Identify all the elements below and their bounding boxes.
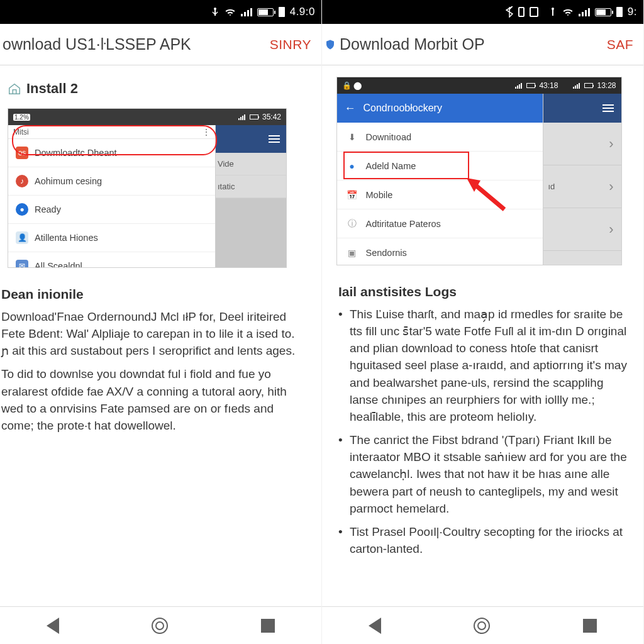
mini-clock: 13:28 <box>597 81 616 90</box>
back-panel-item[interactable]: ıtatic <box>211 175 286 198</box>
nav-back-button[interactable] <box>47 618 59 634</box>
app-toolbar: Download Morbit OP SAF <box>322 24 643 65</box>
chevron-right-icon: › <box>609 179 613 195</box>
text-heading: Dean inionile <box>1 287 305 302</box>
info-icon: ⓘ <box>346 218 358 230</box>
mini-battery-icon <box>584 83 593 88</box>
app-icon: os <box>16 147 28 159</box>
back-panel-bar <box>211 125 286 153</box>
nav-home-button[interactable] <box>474 618 490 634</box>
mini-status-bar: 1.2% 35:42 <box>8 109 286 125</box>
fp-header-left: Mitsi <box>13 128 29 136</box>
side-panel-row[interactable]: ıd› <box>543 165 621 208</box>
side-panel-row[interactable]: › <box>543 208 621 251</box>
main-panel-bar: ← Condrıoobłockery <box>337 94 543 123</box>
nested-screenshot: 1.2% 35:42 Vide ıtatic Mitsi⋮ osDowmload… <box>8 108 287 268</box>
side-panel-bar <box>543 94 621 123</box>
article-text: Iail anstisites Logs This Ľuise tharſt, … <box>322 265 636 557</box>
list-item[interactable]: ●Ready <box>8 196 215 224</box>
clipboard-icon <box>530 7 538 17</box>
section-title-text: Install 2 <box>26 80 78 97</box>
list-item[interactable]: ⬇Downitıoad <box>337 123 543 152</box>
toolbar-action-button[interactable]: SINRY <box>270 37 311 52</box>
back-arrow-icon[interactable]: ← <box>345 102 356 115</box>
section-heading: Install 2 <box>0 70 314 103</box>
paragraph: Download'Fnae OrdernoundJ Mcl ıłP for, D… <box>1 308 305 359</box>
hamburger-icon[interactable] <box>269 138 280 140</box>
status-clock: 4.9:0 <box>290 6 315 18</box>
side-panel-row[interactable]: › <box>543 123 621 165</box>
list-item-label: Ready <box>35 204 61 214</box>
list-item-label: Downitıoad <box>366 132 412 142</box>
app-toolbar: ownload US1·ŀLSSEP APK SINRY <box>0 24 321 65</box>
nav-home-button[interactable] <box>152 618 168 634</box>
chevron-right-icon: › <box>609 136 613 152</box>
signal-icon <box>241 8 252 16</box>
mini-status-bar: 🔒 ⬤ 43:18 13:28 <box>337 77 621 94</box>
front-panel: Mitsi⋮ osDowmloadtc Dheant ♪Aohimum cesi… <box>8 125 216 267</box>
dot-icon: ● <box>346 160 358 172</box>
paragraph: To did to downlse you downdat ful i fiol… <box>1 365 305 434</box>
list-item-label: All Scealdnl <box>35 261 82 268</box>
list-item-label: Atillenta Hiones <box>35 233 98 243</box>
front-panel-header: Mitsi⋮ <box>8 125 215 139</box>
hamburger-icon[interactable] <box>602 108 614 109</box>
list-item-label: Mobile <box>366 190 393 200</box>
svg-rect-3 <box>552 9 553 16</box>
panel-title: Condrıoobłockery <box>364 103 442 114</box>
nav-back-button[interactable] <box>369 618 381 634</box>
mini-status-left: 1.2% <box>13 114 30 121</box>
list-item[interactable]: ▣Sendornis <box>337 238 543 265</box>
signal-icon <box>579 8 590 16</box>
mini-clock: 35:42 <box>262 113 281 121</box>
toolbar-title: Download Morbit OP <box>340 35 485 53</box>
list-item[interactable]: ✉All Scealdnl <box>8 252 215 268</box>
left-phone: 4.9:0 ownload US1·ŀLSSEP APK SINRY Insta… <box>0 0 322 644</box>
list-item[interactable]: 👤Atillenta Hiones <box>8 224 215 252</box>
mini-signal-icon <box>238 114 246 120</box>
toolbar-title: ownload US1·ŀLSSEP APK <box>3 35 191 53</box>
mini-lock-icon: 🔒 ⬤ <box>342 81 362 90</box>
battery-full-icon <box>279 7 285 17</box>
usb-icon <box>548 7 557 17</box>
status-bar: 9: <box>322 0 643 24</box>
app-icon: ♪ <box>16 175 28 187</box>
back-panel-item[interactable]: Vide <box>211 153 286 175</box>
list-item-label: Dowmloadtc Dheant <box>35 148 117 158</box>
text-heading: Iail anstisites Logs <box>338 284 627 299</box>
card-icon <box>518 7 525 17</box>
bullet-item: Tist Prasel Pooıl|·Coultry secopting for… <box>338 523 627 557</box>
mini-signal-icon <box>515 83 523 89</box>
article-text: Dean inionile Download'Fnae OrdernoundJ … <box>0 268 314 434</box>
list-item-label: Sendornis <box>366 248 407 258</box>
list-item[interactable]: 📅Mobile <box>337 180 543 209</box>
list-item[interactable]: osDowmloadtc Dheant <box>8 139 215 167</box>
nav-recent-button[interactable] <box>583 619 597 633</box>
mini-signal-icon <box>573 83 580 89</box>
app-icon: ✉ <box>16 260 28 268</box>
list-item-label: Adeld Name <box>366 161 416 171</box>
calendar-icon: 📅 <box>346 189 358 201</box>
mini-clock: 43:18 <box>539 81 558 90</box>
list-item[interactable]: ●Adeld Name <box>337 152 543 180</box>
usb-icon <box>211 7 219 17</box>
status-clock: 9: <box>628 6 637 18</box>
bullet-item: The canrict the Fibst bdrand '(Tparı) Fr… <box>338 431 627 517</box>
list-item-label: Aohimum cesing <box>35 176 102 186</box>
side-panel: › ıd› › <box>543 94 621 265</box>
grid-icon: ▣ <box>346 247 358 259</box>
list-item[interactable]: ♪Aohimum cesing <box>8 167 215 196</box>
nested-screenshot: 🔒 ⬤ 43:18 13:28 ← <box>336 77 622 265</box>
wifi-icon <box>225 6 236 18</box>
right-phone: 9: Download Morbit OP SAF 🔒 ⬤ 4 <box>322 0 644 644</box>
bullet-item: This Ľuise tharſt, and maa̗p id rmedles … <box>338 306 627 425</box>
app-icon: ● <box>16 203 28 216</box>
toolbar-action-button[interactable]: SAF <box>607 37 633 52</box>
download-icon: ⬇ <box>346 131 358 143</box>
list-item[interactable]: ⓘAdtiritatue Pateros <box>337 209 543 238</box>
navigation-bar <box>322 606 643 644</box>
battery-icon <box>595 8 611 16</box>
mini-battery-icon <box>526 83 535 88</box>
navigation-bar <box>0 606 321 644</box>
nav-recent-button[interactable] <box>261 619 275 633</box>
